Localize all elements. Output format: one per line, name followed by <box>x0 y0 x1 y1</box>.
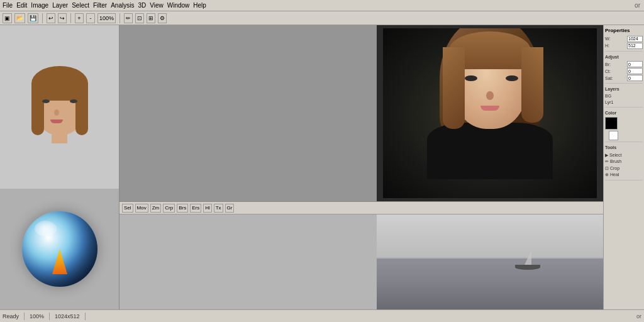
portrait-eye-left <box>465 75 477 81</box>
rp-row-1: W: 1024 <box>605 36 643 42</box>
tb2-text[interactable]: Tx <box>214 204 223 213</box>
center-top <box>119 25 603 201</box>
select-button[interactable]: ⊡ <box>135 13 144 23</box>
brush-button[interactable]: ✏ <box>124 13 133 23</box>
status-dimensions: 644x322 <box>55 313 80 319</box>
tb2-select[interactable]: Sel <box>122 204 133 213</box>
menu-item-view[interactable]: View <box>150 2 164 9</box>
undo-button[interactable]: ↩ <box>47 13 55 23</box>
rp-row-contrast: Ct: 0 <box>605 68 643 74</box>
boat-sail <box>524 250 531 266</box>
portrait-mouth <box>480 106 499 111</box>
tb2-eraser[interactable]: Ers <box>190 204 201 213</box>
redo-button[interactable]: ↪ <box>58 13 67 23</box>
rp-color-title: Color <box>605 110 643 116</box>
rp-label-layer1: Lyr1 <box>605 99 643 105</box>
rp-tool-3[interactable]: ⊡ Crop <box>605 165 643 172</box>
zoom-level[interactable]: 100% <box>97 13 116 23</box>
second-toolbar: Sel Mov Zm Crp Brs Ers Hl Tx Gr <box>119 202 603 214</box>
menu-item-window[interactable]: Window <box>167 2 190 9</box>
seascape-horizon <box>377 257 603 258</box>
menu-bar: File Edit Image Layer Select Filter Anal… <box>0 0 644 11</box>
tb2-move[interactable]: Mov <box>135 204 148 213</box>
crop-button[interactable]: ⊞ <box>147 13 155 23</box>
menu-item-3d[interactable]: 3D <box>138 2 146 9</box>
rp-value-bright[interactable]: 0 <box>627 61 643 67</box>
separator-1 <box>42 13 43 23</box>
zoom-out-button[interactable]: - <box>86 13 95 23</box>
tb2-zoom[interactable]: Zm <box>150 204 162 213</box>
tb2-gradient[interactable]: Gr <box>225 204 235 213</box>
save-button[interactable]: 💾 <box>28 13 38 23</box>
globe-highlight <box>35 221 57 236</box>
menu-item-file[interactable]: File <box>3 2 13 9</box>
status-ready: Ready <box>3 313 19 319</box>
settings-button[interactable]: ⚙ <box>158 13 167 23</box>
status-sep-3 <box>85 313 86 320</box>
new-button[interactable]: ▣ <box>3 13 12 23</box>
portrait-shoulders <box>427 123 553 179</box>
menu-item-select[interactable]: Select <box>72 2 89 9</box>
second-canvas-left[interactable] <box>119 214 377 309</box>
portrait-nose <box>486 91 494 100</box>
globe-sphere[interactable] <box>22 211 97 287</box>
portrait-eye-right <box>506 75 518 81</box>
rp-label-sat: Sat: <box>605 75 626 81</box>
tb2-brush[interactable]: Brs <box>177 204 188 213</box>
rp-value-contrast[interactable]: 0 <box>627 68 643 74</box>
open-button[interactable]: 📂 <box>14 13 25 23</box>
status-or: or <box>636 313 641 319</box>
globe-flame <box>41 243 79 274</box>
seascape-image <box>377 214 603 309</box>
rp-tools-title: Tools <box>605 145 643 150</box>
menu-item-help[interactable]: Help <box>193 2 206 9</box>
rp-label-h: H: <box>605 43 626 48</box>
seascape-water <box>377 257 603 309</box>
rp-label-w: W: <box>605 36 626 42</box>
center-bottom: Sel Mov Zm Crp Brs Ers Hl Tx Gr <box>119 201 603 309</box>
color-background[interactable] <box>609 131 618 140</box>
rp-layer-1[interactable]: Lyr1 <box>605 99 643 105</box>
second-canvas-seascape[interactable] <box>377 214 603 309</box>
rp-tool-4[interactable]: ⊕ Heal <box>605 172 643 179</box>
separator-2 <box>70 13 71 23</box>
separator-3 <box>119 13 120 23</box>
or-label: or <box>633 1 641 10</box>
main-toolbar: ▣ 📂 💾 ↩ ↪ + - 100% ✏ ⊡ ⊞ ⚙ <box>0 11 644 25</box>
rp-label-bright: Br: <box>605 62 626 67</box>
main-portrait-canvas[interactable] <box>377 25 603 201</box>
menu-item-image[interactable]: Image <box>31 2 48 9</box>
right-panel-content: Properties W: 1024 H: 512 Adjust Br: 0 <box>604 25 644 184</box>
rp-tool-1[interactable]: ▶ Select <box>605 152 643 159</box>
rp-section-tools: Tools ▶ Select ✏ Brush ⊡ Crop ⊕ Heal <box>605 145 643 180</box>
menu-item-layer[interactable]: Layer <box>52 2 68 9</box>
rp-layer-bg[interactable]: BG <box>605 93 643 99</box>
zoom-in-button[interactable]: + <box>75 13 84 23</box>
menu-item-filter[interactable]: Filter <box>93 2 107 9</box>
rp-value-w[interactable]: 1024 <box>627 36 643 42</box>
boat <box>515 260 540 270</box>
canvas-empty-left[interactable] <box>119 25 377 201</box>
tb2-crop[interactable]: Crp <box>163 204 175 213</box>
rp-section-layers: Layers BG Lyr1 <box>605 86 643 108</box>
center-area: Sel Mov Zm Crp Brs Ers Hl Tx Gr <box>119 25 603 309</box>
color-foreground[interactable] <box>605 117 618 130</box>
status-zoom: 100% <box>30 313 44 319</box>
menu-item-edit[interactable]: Edit <box>16 2 27 9</box>
lower-panel <box>0 189 119 309</box>
rp-label-contrast: Ct: <box>605 69 626 74</box>
rp-row-bright: Br: 0 <box>605 61 643 67</box>
rp-tools-list: ▶ Select ✏ Brush ⊡ Crop ⊕ Heal <box>605 152 643 179</box>
rp-section-adjust: Adjust Br: 0 Ct: 0 Sat: 0 <box>605 54 643 84</box>
menu-item-analysis[interactable]: Analysis <box>111 2 134 9</box>
main-layout: Sel Mov Zm Crp Brs Ers Hl Tx Gr <box>0 25 644 309</box>
face-canvas-small <box>25 63 94 151</box>
rp-value-sat[interactable]: 0 <box>627 75 643 81</box>
rp-value-h[interactable]: 512 <box>627 43 643 49</box>
thumbnail-portrait[interactable] <box>0 25 119 189</box>
status-bar: Ready 100% 644x322 or <box>0 309 644 322</box>
tb2-heal[interactable]: Hl <box>203 204 212 213</box>
rp-label-bg: BG <box>605 93 643 99</box>
rp-tool-2[interactable]: ✏ Brush <box>605 158 643 165</box>
portrait-hair-side-left <box>443 47 465 129</box>
